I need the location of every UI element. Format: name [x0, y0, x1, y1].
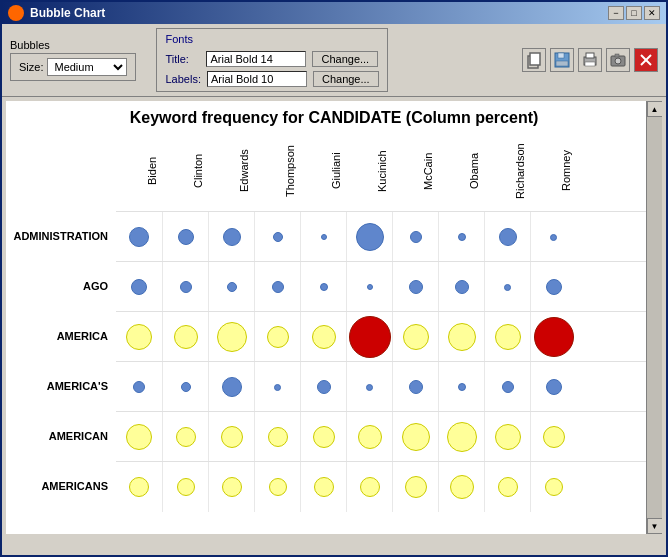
exit-icon-button[interactable] — [634, 48, 658, 72]
copy-icon-button[interactable] — [522, 48, 546, 72]
grid-body — [116, 211, 662, 511]
row-label: AMERICAN — [6, 411, 116, 461]
grid-cell — [346, 312, 392, 362]
bubble — [409, 380, 423, 394]
bubble — [534, 317, 574, 357]
bubble — [313, 426, 335, 448]
grid-cell — [438, 262, 484, 312]
grid-cell — [392, 412, 438, 462]
row-label: ADMINISTRATION — [6, 211, 116, 261]
table-row — [116, 411, 662, 461]
grid-cell — [254, 312, 300, 362]
bubble — [403, 324, 429, 350]
grid-cell — [116, 412, 162, 462]
svg-rect-4 — [556, 61, 568, 66]
bubble — [176, 427, 196, 447]
col-header-giuliani: Giuliani — [300, 131, 346, 211]
grid-cell — [254, 262, 300, 312]
bubble — [267, 326, 289, 348]
grid-cell — [438, 212, 484, 262]
close-button[interactable]: ✕ — [644, 6, 660, 20]
camera-icon — [609, 51, 627, 69]
grid-cell — [300, 312, 346, 362]
bubble — [178, 229, 194, 245]
size-select[interactable]: Small Medium Large — [47, 58, 127, 76]
grid-wrapper: BidenClintonEdwardsThompsonGiulianiKucin… — [116, 131, 662, 514]
bubble — [356, 223, 384, 251]
bubbles-controls: Size: Small Medium Large — [10, 53, 136, 81]
bubble — [314, 477, 334, 497]
maximize-button[interactable]: □ — [626, 6, 642, 20]
col-header-edwards: Edwards — [208, 131, 254, 211]
chart-title: Keyword frequency for CANDIDATE (Column … — [6, 101, 662, 131]
bubble — [126, 324, 152, 350]
copy-icon — [525, 51, 543, 69]
grid-cell — [300, 462, 346, 512]
chart-container: ADMINISTRATIONAGOAMERICAAMERICA'SAMERICA… — [6, 131, 662, 514]
col-header-biden: Biden — [116, 131, 162, 211]
grid-cell — [300, 362, 346, 412]
bubble — [274, 384, 281, 391]
bubble — [131, 279, 147, 295]
row-label: AMERICANS — [6, 461, 116, 511]
row-label: AGO — [6, 261, 116, 311]
grid-cell — [484, 262, 530, 312]
svg-rect-1 — [530, 53, 540, 65]
col-header-richardson: Richardson — [484, 131, 530, 211]
bubbles-label: Bubbles — [10, 39, 136, 51]
table-row — [116, 261, 662, 311]
grid-cell — [530, 412, 576, 462]
grid-cell — [254, 362, 300, 412]
title-bar: Bubble Chart − □ ✕ — [2, 2, 666, 24]
bubble — [268, 427, 288, 447]
grid-cell — [162, 362, 208, 412]
bubble — [358, 425, 382, 449]
save-icon-button[interactable] — [550, 48, 574, 72]
grid-cell — [208, 462, 254, 512]
grid-cell — [484, 312, 530, 362]
title-font-change-button[interactable]: Change... — [312, 51, 378, 67]
title-bar-left: Bubble Chart — [8, 5, 105, 21]
grid-cell — [254, 412, 300, 462]
size-row: Size: Small Medium Large — [19, 58, 127, 76]
fonts-label: Fonts — [165, 33, 378, 45]
bubble — [409, 280, 423, 294]
bubble — [174, 325, 198, 349]
bubble — [177, 478, 195, 496]
grid-cell — [208, 362, 254, 412]
fonts-group: Fonts Title: Arial Bold 14 Change... Lab… — [156, 28, 387, 92]
grid-cell — [530, 362, 576, 412]
toolbar: Bubbles Size: Small Medium Large Fonts T… — [2, 24, 666, 97]
bubble — [366, 384, 373, 391]
grid-cell — [438, 362, 484, 412]
labels-font-change-button[interactable]: Change... — [313, 71, 379, 87]
svg-rect-10 — [615, 54, 619, 57]
bubble — [495, 424, 521, 450]
chart-area: Keyword frequency for CANDIDATE (Column … — [6, 101, 662, 534]
labels-font-value: Arial Bold 10 — [207, 71, 307, 87]
bubble — [545, 478, 563, 496]
col-header-romney: Romney — [530, 131, 576, 211]
grid-cell — [392, 262, 438, 312]
grid-cell — [116, 462, 162, 512]
col-headers: BidenClintonEdwardsThompsonGiulianiKucin… — [116, 131, 662, 211]
grid-cell — [300, 212, 346, 262]
bubble — [321, 234, 327, 240]
bubble — [217, 322, 247, 352]
table-row — [116, 361, 662, 411]
grid-cell — [530, 212, 576, 262]
bubble — [405, 476, 427, 498]
grid-cell — [162, 262, 208, 312]
camera-icon-button[interactable] — [606, 48, 630, 72]
bubble — [222, 477, 242, 497]
print-icon-button[interactable] — [578, 48, 602, 72]
col-header-kucinich: Kucinich — [346, 131, 392, 211]
grid-cell — [208, 312, 254, 362]
bubble — [269, 478, 287, 496]
bubble — [504, 284, 511, 291]
grid-cell — [392, 362, 438, 412]
minimize-button[interactable]: − — [608, 6, 624, 20]
scrollbar: ▲ ▼ — [646, 131, 662, 514]
bubble — [495, 324, 521, 350]
row-label: AMERICA — [6, 311, 116, 361]
